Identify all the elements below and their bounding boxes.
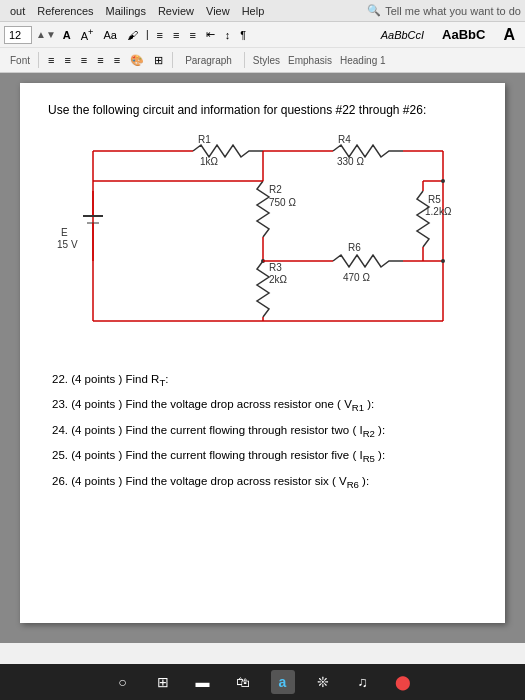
ribbon-row1: ▲▼ A A+ Aa 🖌 | ≡ ≡ ≡ ⇤ ↕ ¶ AaBbCcI AaBbC… bbox=[0, 22, 525, 48]
font-shrink-btn[interactable]: Aa bbox=[99, 28, 120, 42]
pilcrow-btn[interactable]: ¶ bbox=[236, 28, 250, 42]
question-22: 22. (4 points ) Find RT: bbox=[52, 369, 477, 392]
svg-point-34 bbox=[441, 179, 445, 183]
question-24: 24. (4 points ) Find the current flowing… bbox=[52, 420, 477, 443]
indent-btn[interactable]: ⇤ bbox=[202, 27, 219, 42]
q23-points: (4 points ) bbox=[71, 398, 122, 410]
group-sep1 bbox=[38, 52, 39, 68]
ribbon: ▲▼ A A+ Aa 🖌 | ≡ ≡ ≡ ⇤ ↕ ¶ AaBbCcI AaBbC… bbox=[0, 22, 525, 73]
svg-text:2kΩ: 2kΩ bbox=[269, 274, 288, 285]
style-emphasis[interactable]: AaBbCcI bbox=[375, 29, 430, 41]
font-grow-btn[interactable]: A+ bbox=[77, 26, 98, 43]
search-icon: 🔍 bbox=[367, 4, 381, 17]
svg-text:R1: R1 bbox=[198, 134, 211, 145]
q24-points: (4 points ) bbox=[71, 424, 122, 436]
menu-item-review[interactable]: Review bbox=[152, 4, 200, 18]
font-format-btn[interactable]: 🖌 bbox=[123, 28, 142, 42]
search-placeholder: Tell me what you want to do bbox=[385, 5, 521, 17]
taskbar-music-btn[interactable]: ♫ bbox=[351, 670, 375, 694]
question-25: 25. (4 points ) Find the current flowing… bbox=[52, 445, 477, 468]
question-23: 23. (4 points ) Find the voltage drop ac… bbox=[52, 394, 477, 417]
menu-item-out[interactable]: out bbox=[4, 4, 31, 18]
taskbar-store-btn[interactable]: 🛍 bbox=[231, 670, 255, 694]
svg-text:470 Ω: 470 Ω bbox=[343, 272, 370, 283]
ribbon-divider1: | bbox=[146, 29, 149, 40]
taskbar-feather-btn[interactable]: ❊ bbox=[311, 670, 335, 694]
page: Use the following circuit and informatio… bbox=[20, 83, 505, 623]
align-left-btn[interactable]: ≡ bbox=[44, 53, 58, 67]
shading-btn[interactable]: 🎨 bbox=[126, 53, 148, 68]
svg-point-35 bbox=[441, 259, 445, 263]
svg-text:330 Ω: 330 Ω bbox=[337, 156, 364, 167]
align-justify-btn[interactable]: ≡ bbox=[93, 53, 107, 67]
list-btn1[interactable]: ≡ bbox=[153, 28, 167, 42]
font-label: Font bbox=[6, 55, 34, 66]
ribbon-row2: Font ≡ ≡ ≡ ≡ ≡ 🎨 ⊞ Paragraph Styles Emph… bbox=[0, 48, 525, 72]
svg-text:R4: R4 bbox=[338, 134, 351, 145]
svg-text:R5: R5 bbox=[428, 194, 441, 205]
svg-text:R2: R2 bbox=[269, 184, 282, 195]
line-spacing-btn[interactable]: ≡ bbox=[110, 53, 124, 67]
taskbar-start-btn[interactable]: ○ bbox=[111, 670, 135, 694]
group-sep2 bbox=[172, 52, 173, 68]
q22-points: (4 points ) bbox=[71, 373, 122, 385]
ribbon-styles: AaBbCcI AaBbC A bbox=[375, 26, 521, 44]
taskbar-search-btn[interactable]: ⊞ bbox=[151, 670, 175, 694]
svg-text:R3: R3 bbox=[269, 262, 282, 273]
menu-item-help[interactable]: Help bbox=[236, 4, 271, 18]
circuit-diagram: R1 1kΩ R4 330 Ω bbox=[53, 131, 473, 351]
list-btn3[interactable]: ≡ bbox=[185, 28, 199, 42]
search-area[interactable]: 🔍 Tell me what you want to do bbox=[367, 4, 521, 17]
taskbar-browser-btn[interactable]: ⬤ bbox=[391, 670, 415, 694]
style-emphasis-label: Emphasis bbox=[284, 55, 336, 66]
document-area: Use the following circuit and informatio… bbox=[0, 73, 525, 643]
list-btn2[interactable]: ≡ bbox=[169, 28, 183, 42]
menu-bar: out References Mailings Review View Help… bbox=[0, 0, 525, 22]
group-sep3 bbox=[244, 52, 245, 68]
font-size-input[interactable] bbox=[4, 26, 32, 44]
q26-points: (4 points ) bbox=[71, 475, 122, 487]
svg-text:15 V: 15 V bbox=[57, 239, 78, 250]
menu-item-mailings[interactable]: Mailings bbox=[100, 4, 152, 18]
taskbar-task-view-btn[interactable]: ▬ bbox=[191, 670, 215, 694]
svg-text:E: E bbox=[61, 227, 68, 238]
menu-item-view[interactable]: View bbox=[200, 4, 236, 18]
taskbar: ○ ⊞ ▬ 🛍 a ❊ ♫ ⬤ bbox=[0, 664, 525, 700]
svg-text:750 Ω: 750 Ω bbox=[269, 197, 296, 208]
align-center-btn[interactable]: ≡ bbox=[60, 53, 74, 67]
sort-btn[interactable]: ↕ bbox=[221, 28, 235, 42]
taskbar-word-btn[interactable]: a bbox=[271, 670, 295, 694]
questions-section: 22. (4 points ) Find RT: 23. (4 points )… bbox=[48, 369, 477, 494]
svg-text:1kΩ: 1kΩ bbox=[200, 156, 219, 167]
circuit-svg: R1 1kΩ R4 330 Ω bbox=[53, 131, 473, 351]
border-btn[interactable]: ⊞ bbox=[150, 53, 167, 68]
styles-label: Styles bbox=[249, 55, 284, 66]
style-a[interactable]: A bbox=[497, 26, 521, 44]
svg-text:R6: R6 bbox=[348, 242, 361, 253]
font-name-btn[interactable]: A bbox=[59, 28, 75, 42]
question-26: 26. (4 points ) Find the voltage drop ac… bbox=[52, 471, 477, 494]
style-heading1-label: Heading 1 bbox=[336, 55, 390, 66]
font-size-arrows: ▲▼ bbox=[36, 29, 56, 40]
question-header: Use the following circuit and informatio… bbox=[48, 103, 477, 117]
paragraph-label: Paragraph bbox=[177, 55, 240, 66]
menu-item-references[interactable]: References bbox=[31, 4, 99, 18]
style-heading1[interactable]: AaBbC bbox=[436, 27, 491, 42]
q25-points: (4 points ) bbox=[71, 449, 122, 461]
align-right-btn[interactable]: ≡ bbox=[77, 53, 91, 67]
